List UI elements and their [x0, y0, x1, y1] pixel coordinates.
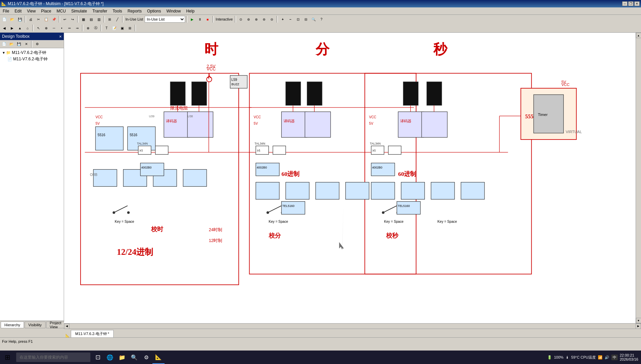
stop-btn[interactable]: ■ [204, 16, 211, 23]
scroll-down-btn[interactable]: ▼ [636, 318, 641, 323]
panel-close-doc-btn[interactable]: ✕ [23, 41, 30, 48]
instrument-btn2[interactable]: ⊚ [245, 16, 252, 23]
schematic-tab[interactable]: M11-V7.6.2-电子钟 * [71, 330, 114, 337]
annotate-btn[interactable]: Ⓐ [92, 24, 99, 32]
copy-btn[interactable]: 📋 [42, 16, 50, 23]
panel-settings-btn[interactable]: ⚙ [34, 41, 40, 48]
svg-rect-102 [256, 163, 280, 176]
save-btn[interactable]: 💾 [16, 16, 24, 23]
tab-hierarchy[interactable]: Hierarchy [1, 322, 24, 328]
title-btn[interactable]: ▣ [118, 24, 126, 32]
menu-options[interactable]: Options [144, 7, 164, 14]
toggle-btn3[interactable]: ▥ [95, 16, 103, 23]
open-btn[interactable]: 📂 [8, 16, 16, 23]
redo-btn[interactable]: ↪ [69, 16, 76, 23]
menu-edit[interactable]: Edit [12, 7, 24, 14]
start-button[interactable]: ⊞ [0, 351, 15, 364]
search-btn[interactable]: 🔍 [310, 16, 317, 23]
scroll-right-btn[interactable]: ▶ [636, 324, 641, 329]
bus-btn[interactable]: ═ [66, 24, 73, 32]
next-btn[interactable]: ▶ [8, 24, 16, 32]
menu-reports[interactable]: Reports [125, 7, 144, 14]
svg-rect-37 [316, 182, 339, 200]
layer-btn[interactable]: ⊞ [126, 24, 134, 32]
root-btn[interactable]: ⌂ [24, 24, 31, 32]
taskbar-multisim[interactable]: 📐 [152, 351, 165, 364]
junction-btn[interactable]: • [58, 24, 65, 32]
menu-mcu[interactable]: MCU [54, 7, 68, 14]
menu-help[interactable]: Help [183, 7, 197, 14]
zoom-out-btn[interactable]: − [287, 16, 294, 23]
scroll-track-vertical[interactable] [636, 38, 641, 318]
instrument-btn4[interactable]: ⊜ [260, 16, 268, 23]
taskbar-explorer[interactable]: 📁 [116, 351, 128, 364]
svg-text:≥1: ≥1 [257, 149, 260, 152]
undo-btn[interactable]: ↩ [61, 16, 68, 23]
tab-project-view[interactable]: Project View [46, 322, 65, 328]
zoom-100-btn[interactable]: ⊟ [302, 16, 310, 23]
taskbar-search-icon[interactable]: 🔍 [128, 351, 140, 364]
taskbar-search[interactable] [16, 353, 90, 362]
taskbar-task-view[interactable]: ⊡ [92, 351, 104, 364]
note-btn[interactable]: 📝 [111, 24, 118, 32]
toggle-btn2[interactable]: ▤ [87, 16, 95, 23]
svg-rect-89 [273, 146, 286, 154]
wire-draw-btn[interactable]: ─ [50, 24, 58, 32]
panel-tree: ▼ 📁 M11-V7.6.2-电子钟 📄 M11-V7.6.2-电子钟 [0, 48, 64, 321]
probe-btn[interactable]: ⊗ [84, 24, 92, 32]
panel-save-btn[interactable]: 💾 [16, 41, 22, 48]
instrument-btn3[interactable]: ⊛ [253, 16, 260, 23]
canvas-area[interactable]: 时 分 秒 VCC 2.5V [64, 33, 636, 323]
close-button[interactable]: ✕ [634, 1, 640, 6]
menu-tools[interactable]: Tools [110, 7, 125, 14]
menu-place[interactable]: Place [38, 7, 54, 14]
prev-btn[interactable]: ◀ [1, 24, 8, 32]
connector-btn[interactable]: ⇒ [74, 24, 81, 32]
h-scrollbar: ◀ ▶ [64, 323, 641, 329]
run-btn[interactable]: ▶ [188, 16, 196, 23]
in-use-dropdown[interactable]: In-Use List [145, 16, 185, 23]
svg-point-76 [113, 211, 115, 214]
scroll-up-btn[interactable]: ▲ [636, 33, 641, 38]
wire-btn[interactable]: ╱ [114, 16, 121, 23]
svg-text:TAL34N: TAL34N [370, 142, 381, 145]
scroll-track-horizontal[interactable] [69, 324, 636, 329]
title-text: M11-V7.6.2-电子钟 - Multisim - [M11-V7.6.2-… [8, 1, 104, 7]
scroll-left-btn[interactable]: ◀ [64, 324, 69, 329]
svg-rect-36 [286, 182, 309, 200]
tree-root[interactable]: ▼ 📁 M11-V7.6.2-电子钟 [1, 50, 62, 56]
tab-visibility[interactable]: Visibility [25, 322, 46, 328]
toggle-btn1[interactable]: ▦ [80, 16, 87, 23]
paste-btn[interactable]: 📌 [50, 16, 58, 23]
instrument-btn5[interactable]: ⊝ [268, 16, 275, 23]
svg-rect-104 [371, 163, 395, 176]
menu-window[interactable]: Window [164, 7, 184, 14]
menu-file[interactable]: File [0, 7, 12, 14]
panel-open-btn[interactable]: 📂 [8, 41, 15, 48]
cut-btn[interactable]: ✂ [35, 16, 42, 23]
svg-text:校时: 校时 [151, 226, 164, 233]
interactive-label: Interactive [215, 17, 234, 21]
help-btn[interactable]: ? [318, 16, 325, 23]
taskbar-app1[interactable]: ⚙ [140, 351, 152, 364]
panel-new-btn[interactable]: 📄 [1, 41, 7, 48]
pause-btn[interactable]: ⏸ [196, 16, 204, 23]
minimize-button[interactable]: ─ [622, 1, 628, 6]
component-btn[interactable]: ⊕ [42, 24, 50, 32]
taskbar-edge[interactable]: 🌐 [104, 351, 116, 364]
menu-transfer[interactable]: Transfer [90, 7, 110, 14]
new-btn[interactable]: 📄 [1, 16, 8, 23]
menu-simulate[interactable]: Simulate [68, 7, 90, 14]
print-btn[interactable]: 🖨 [27, 16, 34, 23]
zoom-in-btn[interactable]: + [279, 16, 286, 23]
up-btn[interactable]: ▲ [16, 24, 24, 32]
zoom-fit-btn[interactable]: ⊡ [294, 16, 302, 23]
text-btn[interactable]: T [103, 24, 110, 32]
menu-view[interactable]: View [24, 7, 38, 14]
zoom-area-btn[interactable]: ⊞ [106, 16, 113, 23]
restore-button[interactable]: ❐ [628, 1, 634, 6]
pointer-btn[interactable]: ↖ [35, 24, 42, 32]
instrument-btn1[interactable]: ⊙ [237, 16, 244, 23]
panel-close-btn[interactable]: ✕ [59, 35, 62, 38]
tree-child[interactable]: 📄 M11-V7.6.2-电子钟 [1, 56, 62, 62]
